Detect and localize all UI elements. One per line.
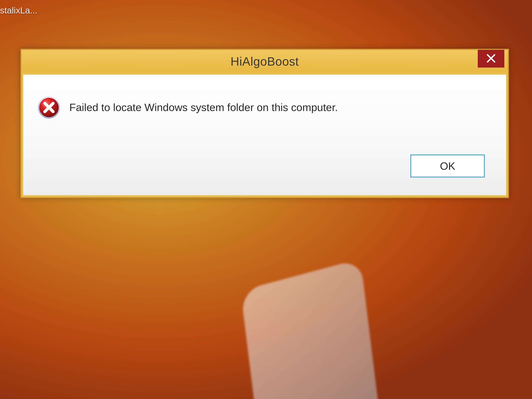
error-message: Failed to locate Windows system folder o… <box>69 101 338 114</box>
dialog-titlebar[interactable]: HiAlgoBoost <box>21 50 508 73</box>
message-row: Failed to locate Windows system folder o… <box>34 96 495 119</box>
ok-button[interactable]: OK <box>410 154 485 177</box>
error-dialog: HiAlgoBoost <box>20 49 509 198</box>
button-row: OK <box>34 154 495 185</box>
close-button[interactable] <box>478 50 504 68</box>
dialog-title: HiAlgoBoost <box>231 54 299 68</box>
error-icon <box>38 96 60 119</box>
close-icon <box>486 53 496 64</box>
dialog-body: Failed to locate Windows system folder o… <box>21 73 508 197</box>
desktop-icon-label[interactable]: stalixLa... <box>0 5 38 16</box>
finger-reflection <box>241 259 380 399</box>
